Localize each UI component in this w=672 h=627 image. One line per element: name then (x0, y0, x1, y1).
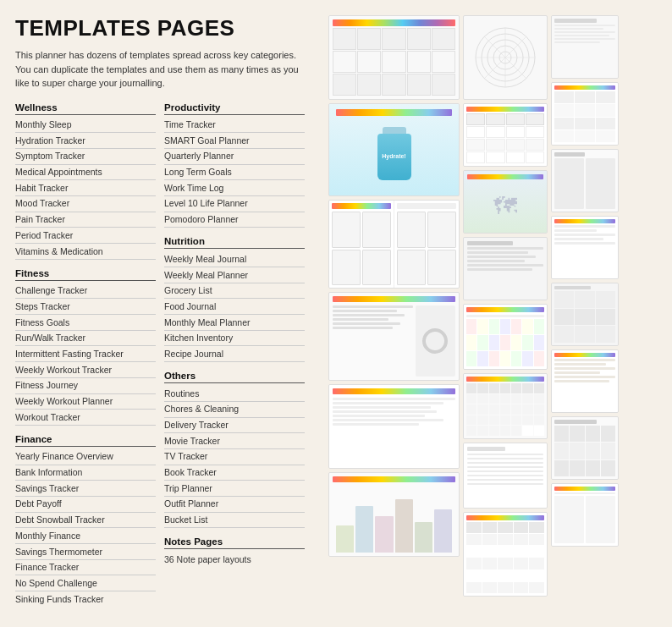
list-item: Level 10 Life Planner (164, 196, 305, 212)
left-panel: TEMPLATES PAGES This planner has dozens … (15, 15, 320, 612)
list-item: TV Tracker (164, 449, 305, 465)
list-item: Intermittent Fasting Tracker (15, 346, 156, 362)
list-item: Challenge Tracker (15, 283, 156, 300)
list-item: Sinking Funds Tracker (15, 591, 156, 607)
thumb-template-1 (328, 15, 460, 100)
list-item: Steps Tracker (15, 299, 156, 315)
thumbnails-col-3 (551, 15, 619, 612)
thumb-wheel-diagram (463, 15, 548, 100)
section-header-nutrition: Nutrition (164, 236, 305, 249)
main-container: TEMPLATES PAGES This planner has dozens … (0, 0, 672, 627)
thumbnails-col-1: Hydrate! (328, 15, 460, 612)
section-header-finance: Finance (15, 434, 156, 447)
section-header-wellness: Wellness (15, 102, 156, 115)
page-description: This planner has dozens of templates spr… (15, 48, 303, 91)
list-item: Fitness Goals (15, 315, 156, 331)
thumb-finance-page (328, 472, 460, 557)
thumb-r3 (551, 149, 619, 212)
section-header-notes-pages: Notes Pages (164, 536, 305, 549)
list-item: Book Tracker (164, 465, 305, 481)
list-item: Symptom Tracker (15, 149, 156, 165)
thumb-hydration: Hydrate! (328, 103, 460, 196)
thumb-grid-planner (328, 200, 460, 289)
list-item: Bucket List (164, 513, 305, 529)
section-header-productivity: Productivity (164, 102, 305, 115)
list-item: Food Journal (164, 299, 305, 315)
list-item: Monthly Finance (15, 528, 156, 544)
thumbnails-col-2: 🗺 (463, 15, 548, 612)
thumb-monthly-cal (463, 373, 548, 439)
list-item: Long Term Goals (164, 165, 305, 181)
list-item: Movie Tracker (164, 433, 305, 449)
right-panel: Hydrate! (328, 15, 662, 612)
list-item: Monthly Meal Planner (164, 315, 305, 331)
list-item: Period Tracker (15, 228, 156, 244)
list-item: Run/Walk Tracker (15, 331, 156, 347)
list-item: Weekly Meal Planner (164, 267, 305, 283)
column-2: ProductivityTime TrackerSMART Goal Plann… (164, 102, 313, 607)
thumb-r7 (551, 416, 619, 480)
list-item: Workout Tracker (15, 410, 156, 426)
list-item: No Spend Challenge (15, 575, 156, 591)
thumb-r8 (551, 483, 619, 547)
list-item: Quarterly Planner (164, 149, 305, 165)
column-1: WellnessMonthly SleepHydration TrackerSy… (15, 102, 164, 607)
list-item: Outfit Planner (164, 497, 305, 513)
list-item: Medical Appointments (15, 165, 156, 181)
list-item: 36 Note paper layouts (164, 552, 305, 567)
list-item: Trip Planner (164, 481, 305, 497)
list-item: Debt Payoff (15, 497, 156, 513)
thumb-r1 (551, 15, 619, 79)
list-item: Grocery List (164, 283, 305, 300)
list-item: Finance Tracker (15, 560, 156, 576)
thumb-world-map: 🗺 (463, 170, 548, 234)
list-item: Weekly Workout Planner (15, 394, 156, 410)
list-item: Vitamins & Medication (15, 244, 156, 260)
list-item: Habit Tracker (15, 180, 156, 196)
list-item: Work Time Log (164, 180, 305, 196)
thumb-large-spreadsheet (463, 512, 548, 597)
section-header-others: Others (164, 371, 305, 383)
list-item: Pomodoro Planner (164, 212, 305, 228)
list-item: Routines (164, 386, 305, 402)
list-item: Recipe Journal (164, 346, 305, 362)
thumb-grey-list (463, 237, 548, 300)
list-item: Weekly Workout Tracker (15, 362, 156, 378)
list-item: Mood Tracker (15, 196, 156, 212)
list-item: Monthly Sleep (15, 118, 156, 134)
thumb-r4 (551, 216, 619, 279)
thumb-table (463, 103, 548, 167)
list-item: Savings Thermometer (15, 544, 156, 560)
list-item: Chores & Cleaning (164, 402, 305, 418)
list-item: Kitchen Inventory (164, 331, 305, 347)
thumb-r2 (551, 82, 619, 146)
thumb-r5 (551, 283, 619, 346)
list-item: Hydration Tracker (15, 133, 156, 149)
list-item: Time Tracker (164, 118, 305, 134)
list-item: Fitness Journey (15, 378, 156, 394)
columns-wrapper: WellnessMonthly SleepHydration TrackerSy… (15, 102, 313, 607)
list-item: Pain Tracker (15, 212, 156, 228)
list-item: Savings Tracker (15, 481, 156, 497)
thumb-notes-lines (463, 443, 548, 509)
page-title: TEMPLATES PAGES (15, 15, 313, 41)
thumb-tracking-page (463, 304, 548, 370)
list-item: Delivery Tracker (164, 418, 305, 434)
section-header-fitness: Fitness (15, 268, 156, 281)
thumb-data-page (328, 292, 460, 381)
list-item: Bank Information (15, 465, 156, 481)
list-item: Weekly Meal Journal (164, 251, 305, 267)
list-item: SMART Goal Planner (164, 133, 305, 149)
thumb-list-page (328, 384, 460, 469)
list-item: Debt Snowball Tracker (15, 513, 156, 529)
thumb-r6 (551, 349, 619, 413)
list-item: Yearly Finance Overview (15, 449, 156, 465)
